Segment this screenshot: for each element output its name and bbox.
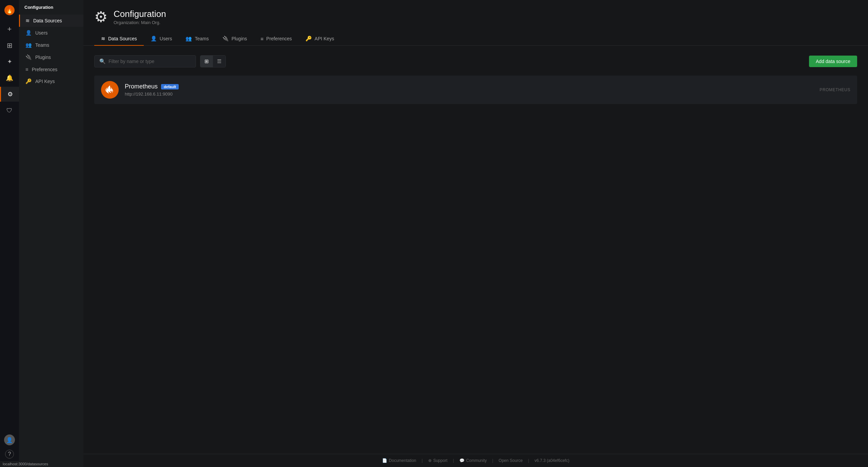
tab-preferences-label: Preferences: [266, 36, 292, 41]
footer-open-source[interactable]: Open Source: [499, 458, 523, 463]
datasource-type: PROMETHEUS: [820, 87, 850, 92]
community-label: Community: [466, 458, 487, 463]
community-icon: 💬: [459, 458, 465, 463]
add-icon: +: [7, 25, 12, 34]
documentation-label: Documentation: [389, 458, 416, 463]
datasource-default-badge: default: [161, 84, 179, 89]
tabs-bar: ≋ Data Sources 👤 Users 👥 Teams 🔌 Plugins…: [94, 32, 857, 45]
icon-bar-top: 🔥 + ⊞ ✦ 🔔 ⚙ 🛡: [0, 3, 19, 434]
shield-button[interactable]: 🛡: [2, 103, 17, 118]
tab-users-icon: 👤: [151, 36, 157, 42]
main-area: ⚙ Configuration Organization: Main Org. …: [83, 0, 868, 467]
sidebar: Configuration ≋ Data Sources 👤 Users 👥 T…: [19, 0, 83, 467]
footer-version: v6.7.3 (a04ef6cefc): [534, 458, 569, 463]
sidebar-item-label-plugins: Plugins: [35, 55, 51, 60]
sidebar-item-label-data-sources: Data Sources: [33, 18, 62, 23]
grid-view-icon: ⊞: [204, 58, 209, 64]
help-icon: ?: [5, 450, 14, 459]
sidebar-item-label-teams: Teams: [35, 42, 49, 48]
sidebar-item-users[interactable]: 👤 Users: [19, 27, 83, 39]
dashboards-icon: ⊞: [7, 41, 13, 49]
page-title-text: Configuration Organization: Main Org.: [114, 9, 166, 25]
footer-community[interactable]: 💬 Community: [459, 458, 487, 463]
add-data-source-button[interactable]: Add data source: [809, 56, 857, 67]
tab-data-sources-label: Data Sources: [108, 36, 137, 41]
help-button[interactable]: ?: [2, 447, 17, 462]
explore-button[interactable]: ✦: [2, 54, 17, 69]
avatar-icon: 👤: [6, 437, 13, 443]
sidebar-title: Configuration: [19, 0, 83, 15]
tab-api-keys-icon: 🔑: [305, 36, 312, 42]
icon-bar: 🔥 + ⊞ ✦ 🔔 ⚙ 🛡 👤 ?: [0, 0, 19, 467]
view-toggle: ⊞ ☰: [200, 55, 226, 67]
datasource-name: Prometheus: [125, 83, 158, 90]
footer-sep-3: |: [492, 458, 493, 463]
tab-api-keys[interactable]: 🔑 API Keys: [299, 32, 341, 46]
page-subtitle: Organization: Main Org.: [114, 20, 166, 25]
sidebar-item-preferences[interactable]: ≡ Preferences: [19, 63, 83, 75]
api-keys-icon: 🔑: [25, 78, 32, 84]
tab-plugins-label: Plugins: [232, 36, 247, 41]
documentation-icon: 📄: [382, 458, 387, 463]
sidebar-item-teams[interactable]: 👥 Teams: [19, 39, 83, 51]
page-header: ⚙ Configuration Organization: Main Org. …: [83, 0, 868, 46]
footer: 📄 Documentation | ⊕ Support | 💬 Communit…: [83, 454, 868, 467]
grid-view-button[interactable]: ⊞: [200, 56, 213, 67]
sidebar-item-label-preferences: Preferences: [32, 67, 57, 72]
footer-sep-1: |: [422, 458, 423, 463]
footer-sep-4: |: [528, 458, 529, 463]
list-view-icon: ☰: [217, 58, 221, 64]
add-panel-button[interactable]: +: [2, 22, 17, 37]
footer-sep-2: |: [453, 458, 454, 463]
tab-plugins[interactable]: 🔌 Plugins: [216, 32, 254, 46]
search-icon: 🔍: [99, 58, 106, 64]
sidebar-item-label-api-keys: API Keys: [35, 79, 55, 84]
user-avatar[interactable]: 👤: [4, 434, 15, 445]
gear-icon: ⚙: [7, 90, 13, 98]
support-label: Support: [433, 458, 448, 463]
preferences-icon: ≡: [25, 66, 28, 72]
data-sources-icon: ≋: [25, 18, 30, 24]
datasource-name-row: Prometheus default: [125, 83, 820, 90]
tab-preferences-icon: ≡: [261, 36, 264, 42]
page-gear-icon: ⚙: [94, 8, 107, 25]
tab-teams-label: Teams: [195, 36, 209, 41]
tab-users-label: Users: [160, 36, 172, 41]
shield-icon: 🛡: [6, 107, 13, 114]
page-title: Configuration: [114, 9, 166, 19]
search-input[interactable]: [108, 59, 191, 64]
datasource-url: http://192.168.6.11:9090: [125, 92, 820, 97]
tab-teams-icon: 👥: [185, 36, 192, 42]
tab-data-sources[interactable]: ≋ Data Sources: [94, 32, 144, 46]
sidebar-item-data-sources[interactable]: ≋ Data Sources: [19, 15, 83, 27]
configuration-button[interactable]: ⚙: [0, 87, 19, 102]
alerting-button[interactable]: 🔔: [2, 70, 17, 85]
footer-support[interactable]: ⊕ Support: [428, 458, 448, 463]
datasource-info: Prometheus default http://192.168.6.11:9…: [125, 83, 820, 97]
dashboards-button[interactable]: ⊞: [2, 38, 17, 53]
search-box[interactable]: 🔍: [94, 55, 196, 67]
users-icon: 👤: [25, 30, 32, 36]
page-title-row: ⚙ Configuration Organization: Main Org.: [94, 8, 857, 25]
app-logo[interactable]: 🔥: [2, 3, 17, 18]
sidebar-item-plugins[interactable]: 🔌 Plugins: [19, 51, 83, 63]
content-area: 🔍 ⊞ ☰ Add data source: [83, 46, 868, 454]
bell-icon: 🔔: [6, 74, 13, 82]
icon-bar-bottom: 👤 ?: [2, 434, 17, 464]
sidebar-item-api-keys[interactable]: 🔑 API Keys: [19, 75, 83, 87]
footer-documentation[interactable]: 📄 Documentation: [382, 458, 416, 463]
explore-icon: ✦: [7, 58, 12, 65]
tab-data-sources-icon: ≋: [101, 36, 105, 42]
svg-text:🔥: 🔥: [6, 6, 14, 14]
tab-preferences[interactable]: ≡ Preferences: [254, 32, 299, 46]
tab-plugins-icon: 🔌: [222, 36, 229, 42]
datasource-card-prometheus[interactable]: Prometheus default http://192.168.6.11:9…: [94, 76, 857, 104]
status-url: localhost:3000/datasources: [3, 462, 48, 466]
list-view-button[interactable]: ☰: [213, 56, 225, 67]
support-icon: ⊕: [428, 458, 432, 463]
tab-users[interactable]: 👤 Users: [144, 32, 179, 46]
tab-api-keys-label: API Keys: [315, 36, 334, 41]
status-bar: localhost:3000/datasources: [0, 461, 51, 467]
plugins-icon: 🔌: [25, 54, 32, 60]
tab-teams[interactable]: 👥 Teams: [179, 32, 215, 46]
